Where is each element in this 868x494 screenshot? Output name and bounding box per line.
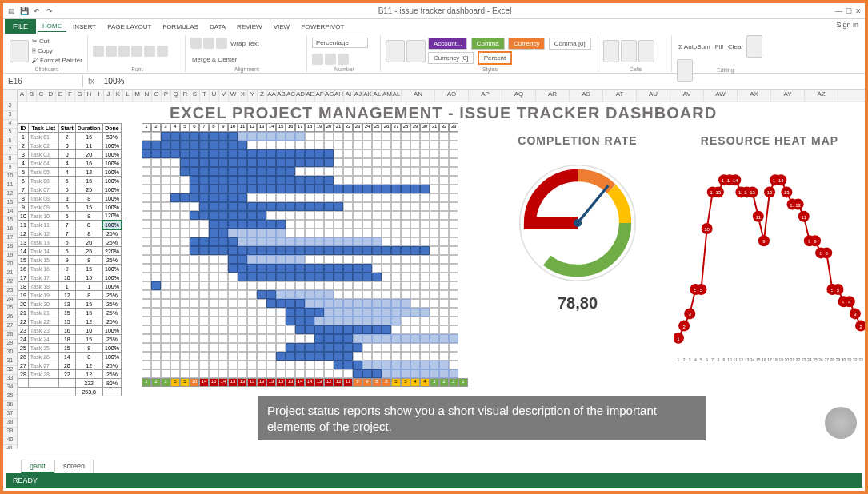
tab-view[interactable]: VIEW [269, 22, 294, 32]
col-header[interactable]: AC [286, 90, 296, 102]
col-header[interactable]: B [27, 90, 37, 102]
col-header[interactable]: AA [267, 90, 277, 102]
row-header[interactable]: 40 [3, 436, 17, 445]
redo-icon[interactable]: ↷ [45, 6, 54, 16]
wrap-text-button[interactable]: Wrap Text [229, 39, 261, 48]
comma-icon[interactable] [338, 54, 349, 65]
delete-cells-button[interactable] [621, 40, 637, 62]
row-header[interactable]: 23 [3, 287, 17, 296]
row-header[interactable]: 15 [3, 217, 17, 225]
table-row[interactable]: 28Task 28221225% [18, 370, 122, 379]
table-row[interactable]: 14Task 14525220% [18, 247, 122, 256]
table-row[interactable]: 6Task 06515100% [18, 177, 122, 185]
align-right-icon[interactable] [216, 38, 227, 49]
fill-color-icon[interactable] [144, 46, 155, 57]
row-header[interactable]: 12 [3, 190, 17, 199]
col-header[interactable]: F [66, 90, 75, 102]
row-header[interactable]: 33 [3, 375, 17, 384]
maximize-icon[interactable]: ☐ [846, 7, 852, 15]
col-header[interactable]: AN [402, 90, 435, 102]
row-header[interactable]: 4 [3, 120, 17, 129]
row-header[interactable]: 10 [3, 173, 17, 181]
col-header[interactable]: AS [570, 90, 603, 102]
table-row[interactable]: 19Task 1912825% [18, 291, 122, 300]
table-row[interactable]: 4Task 04416100% [18, 159, 122, 168]
row-header[interactable]: 28 [3, 331, 17, 340]
col-header[interactable]: AL [392, 90, 402, 102]
table-row[interactable]: 8Task 0838100% [18, 194, 122, 203]
row-header[interactable]: 26 [3, 313, 17, 322]
col-header[interactable]: AF [315, 90, 325, 102]
style-comma[interactable]: Comma [471, 38, 505, 50]
table-row[interactable]: 9Task 09615100% [18, 203, 122, 212]
row-header[interactable]: 9 [3, 164, 17, 173]
table-row[interactable]: 17Task 171015100% [18, 273, 122, 282]
row-header[interactable]: 17 [3, 234, 17, 243]
table-row[interactable]: 15Task 159825% [18, 256, 122, 265]
fx-icon[interactable]: fx [83, 77, 99, 86]
cut-button[interactable]: ✂Cut [30, 37, 84, 46]
table-row[interactable]: 12Task 127825% [18, 229, 122, 238]
select-all-corner[interactable] [3, 90, 18, 102]
autosum-button[interactable]: ΣAutoSum [677, 42, 712, 51]
tab-data[interactable]: DATA [205, 22, 230, 32]
col-header[interactable]: AE [306, 90, 315, 102]
col-header[interactable]: AW [704, 90, 738, 102]
sheet-content[interactable]: EXCEL PROJECT MANAGEMENT - ISSUE TRACKER… [18, 102, 865, 449]
table-row[interactable]: 10Task 1058120% [18, 212, 122, 221]
col-header[interactable]: AD [296, 90, 306, 102]
col-header[interactable]: AM [382, 90, 392, 102]
table-row[interactable]: 26Task 26148100% [18, 353, 122, 361]
col-header[interactable]: M [133, 90, 142, 102]
col-header[interactable]: S [190, 90, 200, 102]
border-icon[interactable] [131, 46, 142, 57]
format-cells-button[interactable] [638, 40, 654, 62]
col-header[interactable]: L [123, 90, 133, 102]
col-header[interactable]: H [85, 90, 94, 102]
italic-icon[interactable] [106, 46, 117, 57]
row-header[interactable]: 36 [3, 401, 17, 410]
table-row[interactable]: 22Task 22151225% [18, 317, 122, 326]
col-header[interactable]: N [142, 90, 152, 102]
save-icon[interactable]: 💾 [19, 6, 29, 16]
table-row[interactable]: 11Task 1178100% [18, 221, 122, 229]
row-header[interactable]: 31 [3, 357, 17, 366]
minimize-icon[interactable]: — [835, 7, 842, 15]
align-left-icon[interactable] [190, 38, 202, 49]
col-header[interactable]: W [229, 90, 238, 102]
row-header[interactable]: 7 [3, 146, 17, 155]
underline-icon[interactable] [118, 46, 130, 57]
col-header[interactable]: AP [469, 90, 502, 102]
row-header[interactable]: 2 [3, 102, 17, 111]
col-header[interactable]: AG [325, 90, 334, 102]
table-row[interactable]: 18Task 1811100% [18, 282, 122, 291]
sheet-tab-gantt[interactable]: gantt [21, 460, 54, 473]
col-header[interactable]: AJ [354, 90, 363, 102]
row-header[interactable]: 5 [3, 129, 17, 137]
row-header[interactable]: 8 [3, 155, 17, 164]
table-row[interactable]: 7Task 07525100% [18, 185, 122, 194]
row-header[interactable]: 11 [3, 181, 17, 190]
col-header[interactable]: X [238, 90, 248, 102]
row-header[interactable]: 41 [3, 445, 17, 449]
sign-in-link[interactable]: Sign in [836, 21, 858, 29]
tab-page-layout[interactable]: PAGE LAYOUT [102, 22, 156, 32]
table-row[interactable]: 16Task 16915100% [18, 265, 122, 273]
col-header[interactable]: T [200, 90, 210, 102]
col-header[interactable]: D [46, 90, 56, 102]
col-header[interactable]: AX [738, 90, 771, 102]
col-header[interactable]: C [37, 90, 46, 102]
col-header[interactable]: AH [334, 90, 344, 102]
col-header[interactable]: AB [277, 90, 286, 102]
col-header[interactable]: E [56, 90, 66, 102]
col-header[interactable]: P [162, 90, 171, 102]
fill-button[interactable]: Fill [714, 42, 725, 51]
col-header[interactable]: AV [670, 90, 704, 102]
table-row[interactable]: 20Task 20131525% [18, 300, 122, 309]
sheet-tab-screen[interactable]: screen [54, 460, 94, 473]
sort-filter-button[interactable] [746, 35, 762, 58]
align-center-icon[interactable] [203, 38, 214, 49]
col-header[interactable]: V [219, 90, 229, 102]
col-header[interactable]: U [210, 90, 219, 102]
table-row[interactable]: 5Task 05412100% [18, 168, 122, 177]
